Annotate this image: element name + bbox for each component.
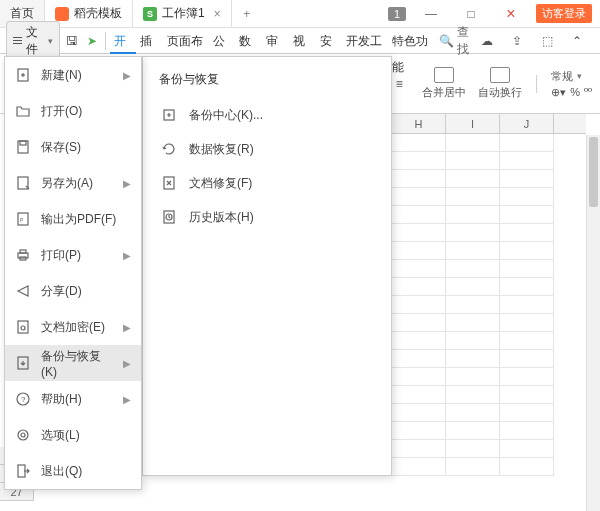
notification-badge[interactable]: 1: [388, 7, 406, 21]
submenu-item-repair[interactable]: 文档修复(F): [143, 166, 391, 200]
col-header[interactable]: J: [500, 114, 554, 133]
number-format-select[interactable]: 常规 ▾: [551, 69, 592, 84]
cell[interactable]: [500, 458, 554, 476]
cell[interactable]: [392, 224, 446, 242]
scrollbar-thumb[interactable]: [589, 137, 598, 207]
search-button[interactable]: 🔍 查找: [439, 24, 474, 58]
cell[interactable]: [446, 332, 500, 350]
cell[interactable]: [446, 350, 500, 368]
cell[interactable]: [392, 368, 446, 386]
cell[interactable]: [392, 422, 446, 440]
cell[interactable]: [500, 170, 554, 188]
cell[interactable]: [446, 170, 500, 188]
cell[interactable]: [500, 314, 554, 332]
tab-insert[interactable]: 插入: [136, 28, 163, 54]
cell[interactable]: [392, 188, 446, 206]
col-header[interactable]: I: [446, 114, 500, 133]
cell[interactable]: [392, 440, 446, 458]
col-header[interactable]: H: [392, 114, 446, 133]
cell[interactable]: [392, 278, 446, 296]
cell[interactable]: [446, 206, 500, 224]
cloud-icon[interactable]: ☁: [476, 30, 498, 52]
cell[interactable]: [446, 152, 500, 170]
cell[interactable]: [500, 368, 554, 386]
cell[interactable]: [446, 278, 500, 296]
submenu-item-backup-center[interactable]: 备份中心(K)...: [143, 98, 391, 132]
cell[interactable]: [446, 440, 500, 458]
cell[interactable]: [500, 224, 554, 242]
tab-view[interactable]: 视图: [289, 28, 316, 54]
menu-item-print[interactable]: 打印(P)▶: [5, 237, 141, 273]
tab-data[interactable]: 数据: [235, 28, 262, 54]
cell[interactable]: [500, 242, 554, 260]
cell[interactable]: [392, 134, 446, 152]
menu-item-options[interactable]: 选项(L): [5, 417, 141, 453]
cell[interactable]: [446, 404, 500, 422]
tab-layout[interactable]: 页面布局: [163, 28, 209, 54]
minimize-button[interactable]: —: [416, 7, 446, 21]
cell[interactable]: [500, 152, 554, 170]
menu-item-save[interactable]: 保存(S): [5, 129, 141, 165]
cell[interactable]: [500, 404, 554, 422]
cell[interactable]: [446, 242, 500, 260]
thousands-icon[interactable]: ºº: [584, 86, 592, 98]
close-window-button[interactable]: ×: [496, 5, 526, 23]
cell[interactable]: [392, 152, 446, 170]
cell[interactable]: [392, 332, 446, 350]
cell[interactable]: [392, 350, 446, 368]
redo-icon[interactable]: ➤: [83, 30, 101, 52]
submenu-item-recover[interactable]: 数据恢复(R): [143, 132, 391, 166]
merge-center-button[interactable]: 合并居中: [422, 67, 466, 100]
collapse-icon[interactable]: ⌃: [566, 30, 588, 52]
cell[interactable]: [392, 404, 446, 422]
menu-item-backup[interactable]: 备份与恢复(K)▶: [5, 345, 141, 381]
share-icon[interactable]: ⇪: [506, 30, 528, 52]
tab-formula[interactable]: 公式: [209, 28, 236, 54]
submenu-item-history[interactable]: 历史版本(H): [143, 200, 391, 234]
tab-workbook[interactable]: S 工作簿1 ×: [133, 0, 232, 27]
new-tab-button[interactable]: +: [232, 0, 262, 27]
cell[interactable]: [500, 422, 554, 440]
vertical-scrollbar[interactable]: [586, 135, 600, 511]
spreadsheet-grid[interactable]: H I J: [392, 114, 586, 494]
cell[interactable]: [446, 296, 500, 314]
cell[interactable]: [446, 134, 500, 152]
cell[interactable]: [446, 188, 500, 206]
menu-item-share[interactable]: 分享(D): [5, 273, 141, 309]
menu-item-new[interactable]: 新建(N)▶: [5, 57, 141, 93]
menu-item-exit[interactable]: 退出(Q): [5, 453, 141, 489]
close-tab-icon[interactable]: ×: [214, 7, 221, 21]
cell[interactable]: [500, 278, 554, 296]
menu-item-help[interactable]: ?帮助(H)▶: [5, 381, 141, 417]
cell[interactable]: [500, 332, 554, 350]
cell[interactable]: [500, 386, 554, 404]
cell[interactable]: [392, 386, 446, 404]
tab-security[interactable]: 安全: [316, 28, 343, 54]
maximize-button[interactable]: □: [456, 7, 486, 21]
cell[interactable]: [500, 350, 554, 368]
cell[interactable]: [446, 386, 500, 404]
cell[interactable]: [446, 224, 500, 242]
skin-icon[interactable]: ⬚: [536, 30, 558, 52]
menu-item-lock[interactable]: 文档加密(E)▶: [5, 309, 141, 345]
cell[interactable]: [500, 260, 554, 278]
cell[interactable]: [392, 314, 446, 332]
menu-item-open[interactable]: 打开(O): [5, 93, 141, 129]
cell[interactable]: [500, 188, 554, 206]
tab-dev[interactable]: 开发工具: [342, 28, 388, 54]
wrap-text-button[interactable]: 自动换行: [478, 67, 522, 100]
tab-special[interactable]: 特色功能: [388, 28, 434, 54]
cell[interactable]: [392, 206, 446, 224]
tab-start[interactable]: 开始: [110, 28, 137, 54]
cell[interactable]: [446, 422, 500, 440]
menu-item-pdf[interactable]: P输出为PDF(F): [5, 201, 141, 237]
tab-review[interactable]: 审阅: [262, 28, 289, 54]
cell[interactable]: [500, 134, 554, 152]
save-icon[interactable]: 🖫: [62, 30, 80, 52]
cell[interactable]: [446, 368, 500, 386]
cell[interactable]: [392, 242, 446, 260]
cell[interactable]: [392, 170, 446, 188]
cell[interactable]: [446, 458, 500, 476]
cell[interactable]: [500, 440, 554, 458]
cell[interactable]: [446, 314, 500, 332]
